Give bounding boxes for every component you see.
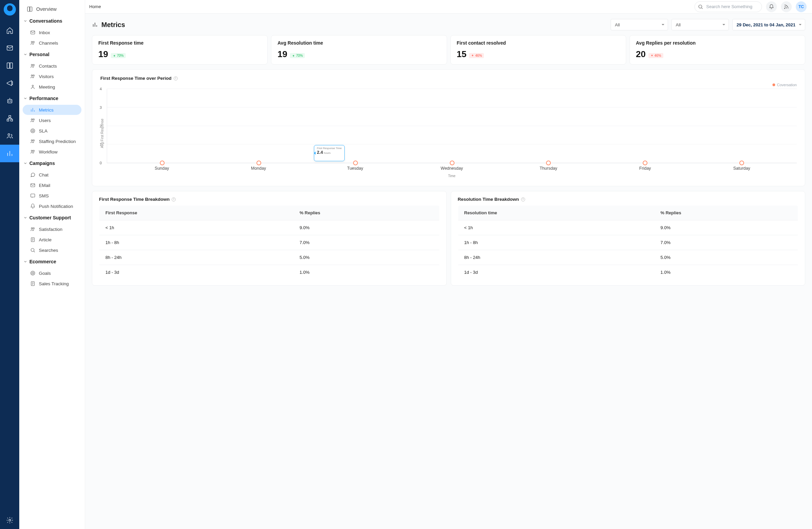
sidebar-item-chat[interactable]: Chat: [23, 170, 82, 180]
chart-tooltip: First Response Time2.4 hours: [314, 145, 345, 161]
date-range-select[interactable]: 29 Dec, 2021 to 04 Jan, 2021: [732, 19, 805, 30]
rail-org[interactable]: [0, 110, 19, 127]
svg-point-22: [33, 140, 34, 141]
svg-point-7: [8, 134, 10, 136]
sidebar-item-article[interactable]: Article: [23, 234, 82, 245]
notifications-button[interactable]: [766, 1, 777, 12]
searches-icon: [30, 247, 35, 253]
sidebar-section-ecommerce[interactable]: Ecommerce: [21, 256, 83, 268]
sidebar-item-label: Push Notification: [39, 204, 73, 209]
sidebar-item-contacts[interactable]: Contacts: [23, 61, 82, 71]
sidebar-item-metrics[interactable]: Metrics: [23, 105, 82, 115]
sidebar-section-performance[interactable]: Performance: [21, 92, 83, 104]
rail-bot[interactable]: [0, 92, 19, 110]
table-row: 8h - 24h5.0%: [458, 250, 798, 265]
sidebar-overview[interactable]: Overview: [23, 4, 82, 15]
table-row: 1d - 3d1.0%: [99, 265, 440, 280]
sidebar-item-label: Inbox: [39, 30, 50, 35]
table-row: < 1h9.0%: [458, 220, 798, 235]
sidebar-item-push-notification[interactable]: Push Notification: [23, 201, 82, 211]
sidebar-item-users[interactable]: Users: [23, 115, 82, 125]
chart-title: First Response Time over Period ?: [100, 76, 797, 81]
sidebar-section-customer-support[interactable]: Customer Support: [21, 212, 83, 224]
rail-people[interactable]: [0, 127, 19, 145]
sidebar-item-sales-tracking[interactable]: Sales Tracking: [23, 278, 82, 289]
sidebar-item-sla[interactable]: SLA: [23, 126, 82, 136]
table-row: 1h - 8h7.0%: [458, 235, 798, 250]
main-area: Home TC Metrics All All 29 Dec, 2021 to …: [85, 0, 812, 529]
bell-icon: [769, 4, 774, 10]
sidebar-section-conversations[interactable]: Conversations: [21, 15, 83, 27]
stat-value: 15: [457, 49, 467, 59]
sidebar-item-satisfaction[interactable]: Satisfaction: [23, 224, 82, 234]
x-axis-label: Time: [107, 174, 797, 178]
chart-point[interactable]: [404, 160, 501, 163]
svg-point-35: [784, 8, 785, 9]
rail-inbox[interactable]: [0, 39, 19, 57]
filter-select-1[interactable]: All: [611, 19, 668, 30]
svg-point-23: [31, 150, 32, 152]
filter-select-2[interactable]: All: [671, 19, 729, 30]
app-logo: [4, 3, 16, 16]
svg-rect-0: [7, 46, 13, 51]
sidebar-item-inbox[interactable]: Inbox: [23, 27, 82, 38]
chart-point[interactable]: First Response Time2.4 hours: [307, 160, 404, 163]
svg-point-34: [699, 5, 702, 8]
sidebar: Overview ConversationsInboxChannelsPerso…: [19, 0, 85, 529]
chart-point[interactable]: [211, 160, 307, 163]
info-icon[interactable]: ?: [172, 197, 176, 201]
stat-card: First contact resolved1546%: [450, 35, 626, 65]
rail-book[interactable]: [0, 57, 19, 74]
chevron-down-icon: [23, 96, 27, 100]
svg-point-11: [33, 41, 34, 43]
visitors-icon: [30, 74, 35, 79]
rail-home[interactable]: [0, 22, 19, 39]
sidebar-item-visitors[interactable]: Visitors: [23, 71, 82, 82]
sidebar-item-searches[interactable]: Searches: [23, 245, 82, 255]
svg-rect-6: [11, 119, 13, 121]
chevron-down-icon: [23, 216, 27, 220]
breakdown-table-1: First Response% Replies < 1h9.0%1h - 8h7…: [99, 205, 440, 280]
feed-button[interactable]: [781, 1, 792, 12]
chart-point[interactable]: [597, 160, 693, 163]
article-icon: [30, 237, 35, 242]
info-icon[interactable]: ?: [521, 197, 525, 201]
breakdown-table-2: Resolution time% Replies < 1h9.0%1h - 8h…: [458, 205, 798, 280]
sidebar-item-label: SLA: [39, 128, 48, 133]
breakdown-card-1: First Response Time Breakdown? First Res…: [92, 191, 447, 286]
rail-campaign[interactable]: [0, 74, 19, 92]
info-icon[interactable]: ?: [174, 76, 178, 81]
svg-point-18: [33, 119, 34, 120]
sidebar-item-label: Contacts: [39, 63, 57, 69]
goals-icon: [30, 270, 35, 276]
trend-badge: 70%: [111, 53, 126, 58]
sidebar-item-email[interactable]: EMail: [23, 180, 82, 190]
svg-point-12: [31, 64, 32, 66]
rail-analytics[interactable]: [0, 145, 19, 162]
svg-point-32: [32, 272, 33, 274]
email-icon: [30, 183, 35, 188]
sidebar-item-channels[interactable]: Channels: [23, 38, 82, 48]
user-avatar[interactable]: TC: [796, 1, 807, 12]
sidebar-section-campaigns[interactable]: Campaigns: [21, 157, 83, 169]
sidebar-item-goals[interactable]: Goals: [23, 268, 82, 278]
chart-point[interactable]: [693, 160, 790, 163]
search-input[interactable]: [694, 1, 762, 12]
sidebar-item-label: Workflow: [39, 149, 57, 155]
chart-point[interactable]: [114, 160, 211, 163]
sidebar-item-staffing-prediction[interactable]: Staffing Prediction: [23, 136, 82, 146]
sidebar-section-personal[interactable]: Personal: [21, 48, 83, 60]
sidebar-item-workflow[interactable]: Workflow: [23, 147, 82, 157]
rail-settings[interactable]: [0, 511, 19, 529]
svg-point-31: [31, 271, 35, 275]
svg-rect-1: [8, 99, 12, 103]
chart-plot: 01234First Response Time2.4 hours: [107, 89, 797, 163]
sidebar-item-meeting[interactable]: Meeting: [23, 82, 82, 92]
svg-point-20: [32, 130, 33, 131]
chart-point[interactable]: [500, 160, 597, 163]
satisfaction-icon: [30, 227, 35, 232]
sidebar-item-label: EMail: [39, 183, 50, 188]
sidebar-item-label: Chat: [39, 172, 49, 177]
arrow-down-icon: [651, 54, 653, 57]
sidebar-item-sms[interactable]: SMS: [23, 191, 82, 201]
